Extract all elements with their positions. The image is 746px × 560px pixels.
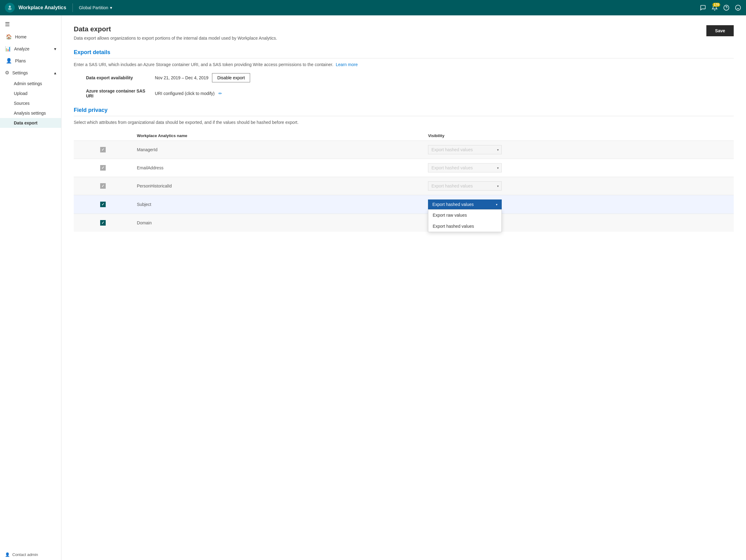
contact-icon: 👤 bbox=[5, 552, 10, 557]
sidebar-item-plans[interactable]: 👤 Plans bbox=[0, 55, 61, 67]
field-name-domain: Domain bbox=[132, 214, 423, 232]
col-header-visibility: Visibility bbox=[423, 131, 734, 141]
settings-chevron-icon: ▴ bbox=[54, 71, 56, 75]
save-button[interactable]: Save bbox=[706, 25, 734, 36]
field-name-person-historical: PersonHistoricalId bbox=[132, 177, 423, 195]
page-description: Data export allows organizations to expo… bbox=[74, 36, 277, 40]
col-header-name: Workplace Analytics name bbox=[132, 131, 423, 141]
chat-icon[interactable] bbox=[700, 5, 706, 11]
sidebar-item-upload[interactable]: Upload bbox=[0, 88, 61, 99]
sidebar-item-data-export[interactable]: Data export bbox=[0, 118, 61, 128]
checkbox-cell bbox=[74, 159, 132, 177]
azure-uri-row: Azure storage container SAS URI URI conf… bbox=[86, 88, 734, 99]
checkbox-subject[interactable] bbox=[100, 202, 106, 207]
notification-icon[interactable]: 170 bbox=[712, 5, 718, 11]
topnav-icons: 170 bbox=[700, 5, 741, 11]
svg-point-4 bbox=[736, 5, 741, 10]
checkbox-person-historical bbox=[100, 183, 106, 189]
export-availability-value: Nov 21, 2019 – Dec 4, 2019 Disable expor… bbox=[155, 73, 250, 82]
visibility-select-email-address: Export hashed values bbox=[428, 163, 502, 172]
visibility-cell-manager-id: Export hashed values▾ bbox=[423, 141, 734, 159]
sidebar-analyze-label: Analyze bbox=[14, 47, 29, 51]
svg-point-0 bbox=[9, 5, 11, 8]
nav-divider bbox=[73, 3, 73, 12]
sidebar-item-analyze[interactable]: 📊 Analyze ▾ bbox=[0, 43, 61, 55]
sidebar-settings-label: Settings bbox=[12, 71, 28, 75]
checkbox-cell bbox=[74, 177, 132, 195]
page-title: Data export bbox=[74, 25, 277, 33]
help-icon[interactable] bbox=[723, 5, 729, 11]
field-privacy-table: Workplace Analytics name Visibility Mana… bbox=[74, 131, 734, 232]
field-name-manager-id: ManagerId bbox=[132, 141, 423, 159]
visibility-select-manager-id: Export hashed values bbox=[428, 145, 502, 154]
disable-export-button[interactable]: Disable export bbox=[212, 73, 250, 82]
sidebar-item-analysis-settings[interactable]: Analysis settings bbox=[0, 108, 61, 118]
visibility-cell-subject: Export hashed values▾Export raw valuesEx… bbox=[423, 195, 734, 214]
dropdown-option-export-raw[interactable]: Export raw values bbox=[428, 209, 501, 221]
main-content: Data export Data export allows organizat… bbox=[61, 16, 746, 560]
contact-admin-link[interactable]: 👤 Contact admin bbox=[0, 549, 61, 560]
field-privacy-desc: Select which attributes from organizatio… bbox=[74, 120, 734, 125]
checkbox-email-address bbox=[100, 165, 106, 171]
sidebar-menu-toggle[interactable]: ☰ bbox=[0, 18, 61, 31]
top-navigation: Workplace Analytics Global Partition ▾ 1… bbox=[0, 0, 746, 16]
sidebar: ☰ 🏠 Home 📊 Analyze ▾ 👤 Plans ⚙ Settings … bbox=[0, 16, 61, 560]
checkbox-cell bbox=[74, 141, 132, 159]
visibility-cell-person-historical: Export hashed values▾ bbox=[423, 177, 734, 195]
app-logo bbox=[5, 3, 15, 12]
visibility-cell-email-address: Export hashed values▾ bbox=[423, 159, 734, 177]
plans-icon: 👤 bbox=[6, 58, 12, 64]
checkbox-manager-id bbox=[100, 147, 106, 152]
visibility-select-person-historical: Export hashed values bbox=[428, 181, 502, 191]
sidebar-item-label: Home bbox=[15, 34, 26, 39]
learn-more-link[interactable]: Learn more bbox=[336, 62, 358, 67]
smiley-icon[interactable] bbox=[735, 5, 741, 11]
checkbox-cell bbox=[74, 195, 132, 214]
edit-uri-icon[interactable]: ✏ bbox=[219, 91, 222, 96]
export-availability-label: Data export availability bbox=[86, 75, 147, 80]
field-privacy-title: Field privacy bbox=[74, 107, 734, 116]
dropdown-option-export-hashed[interactable]: Export hashed values bbox=[428, 221, 501, 232]
sidebar-item-sources[interactable]: Sources bbox=[0, 99, 61, 108]
sidebar-plans-label: Plans bbox=[15, 58, 26, 63]
analyze-icon: 📊 bbox=[5, 46, 11, 52]
visibility-dropdown-menu-subject: Export raw valuesExport hashed values bbox=[428, 209, 502, 232]
svg-point-1 bbox=[8, 8, 12, 10]
field-name-email-address: EmailAddress bbox=[132, 159, 423, 177]
page-header: Data export Data export allows organizat… bbox=[74, 25, 734, 40]
visibility-dropdown-btn-subject[interactable]: Export hashed values▾ bbox=[428, 199, 502, 209]
sidebar-item-admin-settings[interactable]: Admin settings bbox=[0, 79, 61, 88]
azure-uri-label: Azure storage container SAS URI bbox=[86, 88, 147, 99]
sidebar-item-home[interactable]: 🏠 Home bbox=[0, 31, 61, 43]
analyze-chevron-icon: ▾ bbox=[54, 47, 56, 51]
chevron-down-icon: ▾ bbox=[110, 5, 112, 10]
notification-badge: 170 bbox=[713, 3, 720, 7]
table-row: SubjectExport hashed values▾Export raw v… bbox=[74, 195, 734, 214]
export-details-desc: Enter a SAS URI, which includes an Azure… bbox=[74, 62, 734, 67]
checkbox-cell bbox=[74, 214, 132, 232]
home-icon: 🏠 bbox=[6, 34, 12, 40]
export-availability-row: Data export availability Nov 21, 2019 – … bbox=[86, 73, 734, 82]
table-row: ManagerIdExport hashed values▾ bbox=[74, 141, 734, 159]
col-header-checkbox bbox=[74, 131, 132, 141]
export-details-form: Data export availability Nov 21, 2019 – … bbox=[86, 73, 734, 99]
table-row: PersonHistoricalIdExport hashed values▾ bbox=[74, 177, 734, 195]
partition-label: Global Partition bbox=[79, 5, 109, 10]
export-details-title: Export details bbox=[74, 49, 734, 58]
app-title: Workplace Analytics bbox=[19, 5, 66, 10]
settings-icon: ⚙ bbox=[5, 70, 9, 76]
checkbox-domain[interactable] bbox=[100, 220, 106, 226]
sidebar-item-settings[interactable]: ⚙ Settings ▴ bbox=[0, 67, 61, 79]
table-row: DomainExport raw valuesExport hashed val… bbox=[74, 214, 734, 232]
azure-uri-value: URI configured (click to modify) ✏ bbox=[155, 91, 222, 96]
partition-selector[interactable]: Global Partition ▾ bbox=[79, 5, 112, 10]
field-name-subject: Subject bbox=[132, 195, 423, 214]
table-row: EmailAddressExport hashed values▾ bbox=[74, 159, 734, 177]
